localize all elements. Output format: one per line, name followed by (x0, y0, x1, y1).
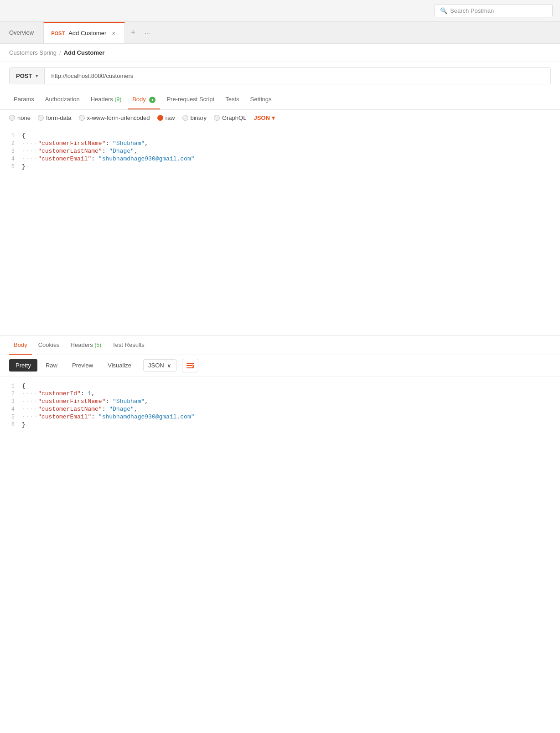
resp-headers-count: (5) (94, 342, 101, 348)
radio-graphql[interactable]: GraphQL (214, 114, 246, 121)
resp-code-line-4: 4 ····"customerLastName": "Dhage", (0, 405, 560, 413)
radio-circle-raw (157, 115, 163, 121)
tab-active[interactable]: POST Add Customer × (43, 22, 125, 43)
radio-urlencoded[interactable]: x-www-form-urlencoded (79, 114, 150, 121)
top-bar: 🔍 Search Postman (0, 0, 560, 22)
chevron-down-icon: ▾ (36, 73, 38, 78)
response-section: Body Cookies Headers (5) Test Results Pr… (0, 336, 560, 434)
tab-settings[interactable]: Settings (246, 90, 276, 109)
more-tabs-button[interactable]: ··· (141, 22, 154, 43)
radio-form-data[interactable]: form-data (38, 114, 72, 121)
tab-name: Add Customer (68, 30, 106, 36)
radio-circle-form-data (38, 115, 44, 121)
headers-count: (9) (114, 96, 121, 103)
chevron-down-icon: ▾ (272, 114, 275, 121)
code-line-4: 4 ····"customerEmail": "shubhamdhage930@… (0, 155, 560, 163)
json-type-select[interactable]: JSON ▾ (254, 114, 275, 121)
response-tabs: Body Cookies Headers (5) Test Results (0, 336, 560, 355)
tab-body[interactable]: Body ● (128, 90, 160, 109)
resp-code-line-3: 3 ····"customerFirstName": "Shubham", (0, 397, 560, 405)
tab-tests[interactable]: Tests (221, 90, 244, 109)
resp-view-pretty[interactable]: Pretty (9, 359, 37, 372)
tab-headers[interactable]: Headers (9) (86, 90, 126, 109)
code-line-2: 2 ····"customerFirstName": "Shubham", (0, 139, 560, 147)
response-toolbar: Pretty Raw Preview Visualize JSON ∨ (0, 355, 560, 377)
search-label: Search Postman (450, 7, 494, 14)
code-line-1: 1 { (0, 132, 560, 139)
body-active-dot: ● (149, 97, 156, 103)
breadcrumb-current: Add Customer (64, 49, 105, 56)
radio-circle-urlencoded (79, 115, 85, 121)
radio-binary[interactable]: binary (182, 114, 207, 121)
search-box[interactable]: 🔍 Search Postman (434, 4, 553, 17)
radio-raw[interactable]: raw (157, 114, 175, 121)
resp-view-raw[interactable]: Raw (39, 359, 64, 372)
body-type-bar: none form-data x-www-form-urlencoded raw… (0, 110, 560, 126)
breadcrumb: Customers Spring / Add Customer (0, 44, 560, 62)
code-line-5: 5 } (0, 163, 560, 170)
resp-chevron-down-icon: ∨ (167, 362, 171, 369)
url-bar: POST ▾ (0, 62, 560, 90)
search-icon: 🔍 (440, 7, 447, 14)
radio-circle-binary (182, 115, 188, 121)
breadcrumb-parent[interactable]: Customers Spring (9, 49, 57, 56)
radio-circle-none (9, 115, 15, 121)
breadcrumb-separator: / (59, 49, 61, 56)
resp-view-preview[interactable]: Preview (66, 359, 99, 372)
resp-tab-test-results[interactable]: Test Results (108, 336, 149, 355)
add-tab-button[interactable]: + (125, 22, 141, 43)
resp-view-visualize[interactable]: Visualize (101, 359, 138, 372)
resp-code-line-1: 1 { (0, 382, 560, 390)
resp-code-line-6: 6 } (0, 421, 560, 428)
request-body-editor[interactable]: 1 { 2 ····"customerFirstName": "Shubham"… (0, 126, 560, 336)
resp-tab-cookies[interactable]: Cookies (34, 336, 64, 355)
request-tabs: Params Authorization Headers (9) Body ● … (0, 90, 560, 110)
resp-code-line-2: 2 ····"customerId": 1, (0, 390, 560, 397)
response-body-editor: 1 { 2 ····"customerId": 1, 3 ····"custom… (0, 377, 560, 434)
url-input[interactable] (45, 67, 551, 84)
wrap-toggle-button[interactable] (182, 359, 198, 372)
tab-pre-request[interactable]: Pre-request Script (162, 90, 219, 109)
code-line-3: 3 ····"customerLastName": "Dhage", (0, 147, 560, 155)
tab-overview[interactable]: Overview (0, 22, 43, 43)
method-label: POST (16, 72, 32, 79)
resp-json-type-select[interactable]: JSON ∨ (143, 359, 176, 372)
method-dropdown[interactable]: POST ▾ (9, 67, 45, 84)
resp-tab-body[interactable]: Body (9, 336, 32, 355)
radio-circle-graphql (214, 115, 220, 121)
radio-none[interactable]: none (9, 114, 31, 121)
tab-method: POST (51, 31, 65, 36)
close-icon[interactable]: × (110, 29, 117, 38)
resp-tab-headers[interactable]: Headers (5) (66, 336, 106, 355)
tab-authorization[interactable]: Authorization (41, 90, 84, 109)
tab-params[interactable]: Params (9, 90, 39, 109)
tab-bar: Overview POST Add Customer × + ··· (0, 22, 560, 44)
resp-code-line-5: 5 ····"customerEmail": "shubhamdhage930@… (0, 413, 560, 421)
